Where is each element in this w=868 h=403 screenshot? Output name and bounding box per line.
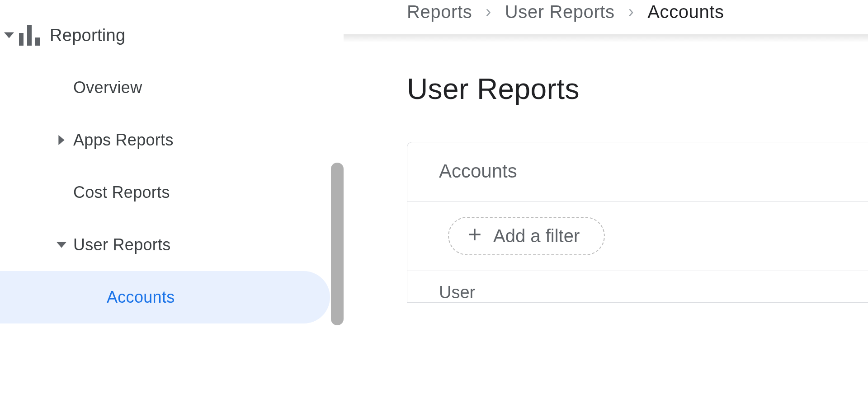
card-title: Accounts (407, 142, 868, 202)
sidebar-item-apps-reports[interactable]: Apps Reports (0, 114, 330, 166)
sidebar: Reporting Overview Apps Reports Cost Rep… (0, 0, 344, 403)
chevron-right-icon: › (486, 2, 491, 21)
plus-icon (467, 226, 482, 246)
breadcrumb-accounts[interactable]: Accounts (647, 2, 724, 22)
breadcrumb-reports[interactable]: Reports (407, 2, 472, 22)
caret-down-icon (50, 242, 73, 248)
sidebar-item-label: Overview (73, 78, 142, 97)
table-header: User (407, 271, 868, 302)
sidebar-item-reporting[interactable]: Reporting (0, 9, 330, 61)
sidebar-item-label: Accounts (107, 288, 175, 307)
table-column-user[interactable]: User (439, 283, 475, 302)
svg-rect-0 (19, 33, 24, 46)
add-filter-button[interactable]: Add a filter (448, 217, 605, 255)
filter-bar: Add a filter (407, 202, 868, 271)
caret-right-icon (50, 135, 73, 145)
svg-rect-2 (35, 37, 40, 46)
sidebar-item-accounts[interactable]: Accounts (0, 271, 330, 323)
sidebar-item-label: Cost Reports (73, 183, 170, 202)
sidebar-scrollbar-thumb[interactable] (331, 163, 344, 325)
sidebar-item-label: Reporting (50, 26, 125, 45)
sidebar-item-user-reports[interactable]: User Reports (0, 219, 330, 271)
bar-chart-icon (18, 25, 50, 46)
main-content: Reports › User Reports › Accounts User R… (344, 0, 868, 403)
breadcrumb: Reports › User Reports › Accounts (407, 0, 868, 32)
sidebar-item-label: Apps Reports (73, 131, 174, 150)
sidebar-item-label: User Reports (73, 235, 171, 254)
add-filter-label: Add a filter (493, 226, 580, 246)
breadcrumb-user-reports[interactable]: User Reports (505, 2, 615, 22)
sidebar-item-overview[interactable]: Overview (0, 61, 330, 114)
svg-rect-1 (27, 25, 32, 46)
chevron-right-icon: › (628, 2, 634, 21)
sidebar-item-cost-reports[interactable]: Cost Reports (0, 166, 330, 219)
page-title: User Reports (407, 72, 868, 106)
accounts-card: Accounts Add a filter User (407, 142, 868, 303)
caret-down-icon (0, 32, 18, 38)
header-shadow (344, 34, 868, 42)
